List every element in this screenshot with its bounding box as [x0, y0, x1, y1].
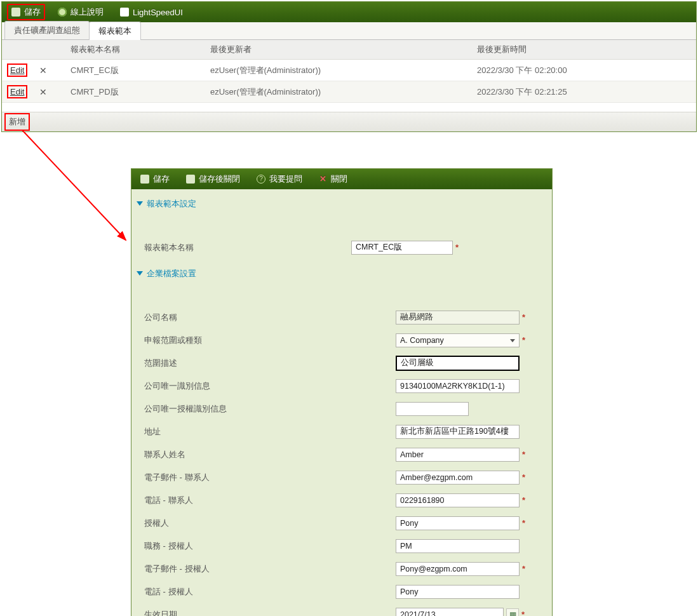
input-auth-title[interactable]: [396, 539, 520, 553]
row-auth-email: 電子郵件 - 授權人 *: [138, 558, 546, 580]
col-name: 報表範本名稱: [65, 40, 205, 60]
tab-config[interactable]: 責任礦產調查組態: [4, 21, 90, 39]
label-uid: 公司唯一識別信息: [138, 380, 258, 392]
table-row-empty: [2, 103, 696, 112]
row-auth-phone: 電話 - 授權人: [138, 580, 546, 603]
detail-save-close-button[interactable]: 儲存後關閉: [182, 171, 244, 187]
row-template-name: 報表範本名稱 *: [138, 236, 546, 259]
label-scope-desc: 范圍描述: [138, 358, 258, 369]
tab-bar: 責任礦產調查組態 報表範本: [2, 22, 696, 40]
col-delete: [34, 40, 65, 60]
required-marker: *: [522, 495, 525, 505]
row-effective-date: 生效日期 ▦ *: [138, 603, 546, 617]
input-auth-uid[interactable]: [396, 402, 469, 416]
input-company[interactable]: [396, 311, 520, 325]
help-button[interactable]: 線上說明: [54, 4, 107, 20]
table-row: Edit ✕ CMRT_PD版 ezUser(管理者(Administrator…: [2, 81, 696, 103]
info-icon: [58, 8, 67, 17]
input-effective-date[interactable]: [396, 608, 504, 617]
row-contact-email: 電子郵件 - 聯系人 *: [138, 466, 546, 489]
label-auth-phone: 電話 - 授權人: [138, 586, 258, 598]
collapse-icon: [137, 271, 143, 276]
row-uid: 公司唯一識別信息: [138, 375, 546, 398]
edit-link[interactable]: Edit: [7, 85, 27, 98]
row-scope-desc: 范圍描述: [138, 352, 546, 375]
detail-close-button[interactable]: ✕ 關閉: [315, 171, 351, 187]
input-scope-desc[interactable]: [396, 356, 520, 371]
row-contact-phone: 電話 - 聯系人 *: [138, 489, 546, 512]
edit-link[interactable]: Edit: [7, 64, 27, 77]
required-marker: *: [522, 450, 525, 459]
cell-name: CMRT_EC版: [65, 60, 205, 81]
company-profile-body: 公司名稱 * 申報范圍或種類 A. Company * 范圍描述 公司唯一識別信…: [131, 283, 552, 617]
template-settings-body: 報表範本名稱 *: [131, 213, 552, 259]
input-uid[interactable]: [396, 379, 520, 393]
row-auth-name: 授權人 *: [138, 512, 546, 535]
label-company: 公司名稱: [138, 312, 258, 323]
detail-window: 儲存 儲存後關閉 ? 我要提問 ✕ 關閉 報表範本設定 報表範本名稱 *: [131, 168, 553, 617]
section-company-profile[interactable]: 企業檔案設置: [131, 259, 552, 283]
save-close-label: 儲存後關閉: [199, 173, 240, 185]
input-template-name[interactable]: [351, 241, 453, 255]
input-auth-name[interactable]: [396, 516, 520, 530]
cell-updater: ezUser(管理者(Administrator)): [205, 81, 472, 103]
label-template-name: 報表範本名稱: [138, 242, 258, 253]
row-contact-name: 聯系人姓名 *: [138, 443, 546, 466]
col-edit: [2, 40, 34, 60]
label-address: 地址: [138, 426, 258, 438]
label-auth-email: 電子郵件 - 授權人: [138, 563, 258, 575]
delete-icon[interactable]: ✕: [39, 87, 48, 97]
input-auth-phone[interactable]: [396, 585, 520, 599]
save-label: 儲存: [24, 6, 41, 18]
required-marker: *: [522, 312, 525, 322]
add-bar: 新增: [2, 112, 696, 131]
row-auth-title: 職務 - 授權人: [138, 535, 546, 558]
required-marker: *: [455, 243, 459, 252]
row-company: 公司名稱 *: [138, 306, 546, 329]
detail-ask-button[interactable]: ? 我要提問: [253, 171, 306, 187]
required-marker: *: [521, 610, 525, 616]
detail-save-button[interactable]: 儲存: [137, 171, 173, 187]
save-icon: [11, 8, 20, 17]
col-updated: 最後更新時間: [472, 40, 696, 60]
select-scope[interactable]: A. Company: [396, 333, 520, 347]
label-auth-uid: 公司唯一授權識別信息: [138, 403, 258, 415]
section-template-settings[interactable]: 報表範本設定: [131, 189, 552, 213]
save-close-icon: [186, 175, 195, 184]
col-updater: 最後更新者: [205, 40, 472, 60]
main-toolbar: 儲存 線上說明 LightSpeedUI: [2, 2, 696, 22]
save-label: 儲存: [153, 173, 170, 185]
input-address[interactable]: [396, 425, 520, 439]
label-contact-name: 聯系人姓名: [138, 449, 258, 460]
label-contact-email: 電子郵件 - 聯系人: [138, 472, 258, 483]
template-table: 報表範本名稱 最後更新者 最後更新時間 Edit ✕ CMRT_EC版 ezUs…: [2, 40, 696, 112]
save-button[interactable]: 儲存: [7, 4, 45, 20]
ask-label: 我要提問: [269, 173, 302, 185]
row-auth-uid: 公司唯一授權識別信息: [138, 398, 546, 420]
section-title: 報表範本設定: [147, 198, 196, 210]
label-auth-title: 職務 - 授權人: [138, 540, 258, 552]
input-contact-phone[interactable]: [396, 493, 520, 507]
brand-button[interactable]: LightSpeedUI: [116, 5, 187, 20]
cell-updater: ezUser(管理者(Administrator)): [205, 60, 472, 81]
main-window: 儲存 線上說明 LightSpeedUI 責任礦產調查組態 報表範本 報表範本名…: [1, 1, 697, 132]
input-auth-email[interactable]: [396, 562, 520, 576]
add-button[interactable]: 新增: [4, 113, 30, 131]
save-icon: [140, 175, 149, 184]
label-contact-phone: 電話 - 聯系人: [138, 495, 258, 506]
input-contact-name[interactable]: [396, 448, 520, 462]
required-marker: *: [522, 472, 525, 482]
cell-updated: 2022/3/30 下午 02:21:25: [472, 81, 696, 103]
brand-label: LightSpeedUI: [133, 8, 183, 17]
delete-icon[interactable]: ✕: [39, 65, 48, 76]
close-label: 關閉: [331, 173, 347, 185]
calendar-icon[interactable]: ▦: [506, 608, 519, 617]
tab-template[interactable]: 報表範本: [89, 22, 141, 40]
lightspeed-icon: [120, 8, 129, 17]
required-marker: *: [522, 335, 525, 345]
section-title: 企業檔案設置: [147, 268, 196, 279]
help-label: 線上說明: [70, 6, 104, 18]
detail-toolbar: 儲存 儲存後關閉 ? 我要提問 ✕ 關閉: [131, 169, 552, 189]
required-marker: *: [522, 518, 525, 528]
input-contact-email[interactable]: [396, 471, 520, 485]
